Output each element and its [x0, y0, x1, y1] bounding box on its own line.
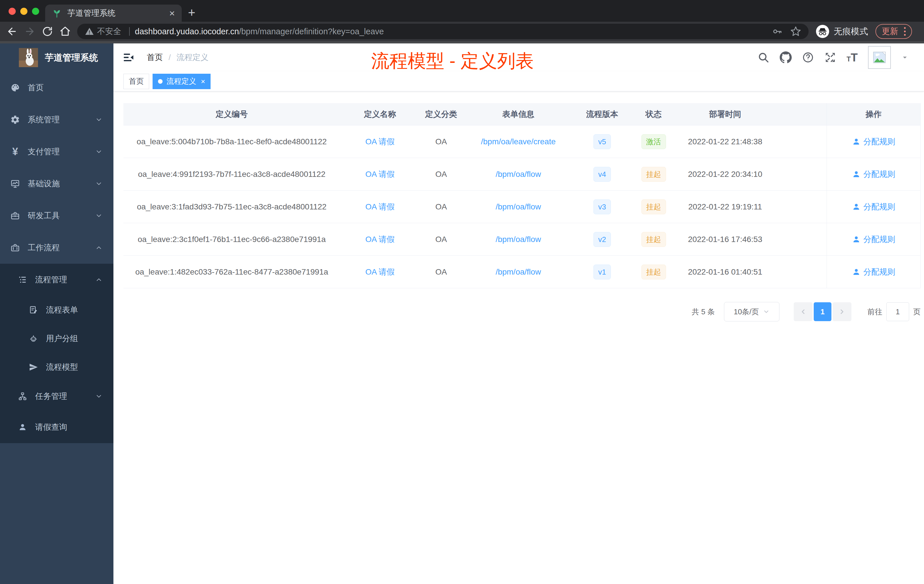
definition-id: oa_leave:5:004b710b-7b8a-11ec-8ef0-acde4…	[124, 137, 340, 146]
incognito-icon	[816, 25, 829, 38]
form-link[interactable]: /bpm/oa/flow	[496, 235, 541, 244]
gear-icon	[10, 115, 20, 125]
tag-process-definition[interactable]: 流程定义 ×	[153, 74, 211, 89]
back-icon[interactable]	[6, 26, 18, 37]
definition-id: oa_leave:1:482ec033-762a-11ec-8477-a2380…	[124, 267, 340, 277]
sidebar-collapse-icon[interactable]	[123, 52, 134, 63]
search-icon[interactable]	[757, 51, 769, 63]
form-link[interactable]: /bpm/oa/leave/create	[481, 137, 556, 146]
assign-rule-link[interactable]: 分配规则	[852, 234, 896, 245]
sidebar-item-label: 流程表单	[46, 305, 78, 315]
browser-update-button[interactable]: 更新	[875, 24, 912, 39]
chevron-down-icon	[95, 116, 102, 124]
chevron-down-icon	[95, 180, 102, 187]
page-number-button[interactable]: 1	[814, 302, 832, 321]
sidebar-item-label: 任务管理	[35, 391, 67, 402]
home-icon[interactable]	[59, 26, 71, 37]
assign-rule-link[interactable]: 分配规则	[852, 136, 896, 147]
sidebar-item-system[interactable]: 系统管理	[0, 104, 114, 136]
user-icon	[852, 235, 861, 244]
sidebar-item-process-management[interactable]: 流程管理	[0, 264, 114, 296]
sidebar-item-task-management[interactable]: 任务管理	[0, 381, 114, 411]
form-link[interactable]: /bpm/oa/flow	[496, 267, 541, 277]
sidebar: 芋道管理系统 首页 系统管理 ¥ 支付管理 基础设施	[0, 43, 114, 584]
status-badge: 挂起	[642, 167, 666, 182]
fullscreen-icon[interactable]	[824, 51, 836, 63]
next-page-button[interactable]	[833, 302, 851, 321]
not-secure-warning-icon[interactable]	[84, 26, 94, 36]
yen-icon: ¥	[10, 147, 20, 157]
update-label[interactable]: 更新	[882, 26, 898, 37]
bookmark-star-icon[interactable]	[790, 26, 801, 37]
window-close-button[interactable]	[8, 8, 16, 15]
monitor-chart-icon	[10, 179, 20, 188]
assign-rule-link[interactable]: 分配规则	[852, 267, 896, 277]
security-label[interactable]: 不安全	[97, 26, 121, 37]
github-icon[interactable]	[780, 51, 792, 63]
sidebar-item-user-group[interactable]: 用户分组	[0, 324, 114, 353]
deploy-time: 2022-01-22 20:34:10	[677, 170, 773, 179]
form-link[interactable]: /bpm/oa/flow	[496, 202, 541, 211]
password-key-icon[interactable]	[772, 26, 782, 36]
forward-icon[interactable]	[24, 26, 35, 37]
definition-name-link[interactable]: OA 请假	[365, 267, 395, 277]
help-icon[interactable]	[802, 51, 814, 63]
sidebar-item-label: 流程模型	[46, 362, 78, 373]
goto-page-input[interactable]	[886, 302, 909, 321]
sidebar-item-payment[interactable]: ¥ 支付管理	[0, 136, 114, 168]
version-badge: v3	[594, 200, 611, 214]
definition-name-link[interactable]: OA 请假	[365, 201, 395, 212]
incognito-label: 无痕模式	[834, 26, 868, 38]
definition-category: OA	[420, 202, 462, 211]
definition-category: OA	[420, 137, 462, 146]
breadcrumb-home[interactable]: 首页	[147, 52, 163, 63]
address-bar[interactable]: 不安全 dashboard.yudao.iocoder.cn/bpm/manag…	[77, 24, 808, 39]
window-controls[interactable]	[8, 8, 39, 15]
sidebar-item-infrastructure[interactable]: 基础设施	[0, 168, 114, 200]
definition-category: OA	[420, 267, 462, 277]
browser-menu-icon[interactable]	[904, 27, 906, 36]
goto-label: 前往	[868, 307, 882, 317]
sidebar-item-leave-query[interactable]: 请假查询	[0, 411, 114, 443]
browser-tab[interactable]: 芋道管理系统 ×	[45, 5, 182, 22]
assign-rule-link[interactable]: 分配规则	[852, 201, 896, 212]
new-tab-button[interactable]: +	[188, 6, 195, 19]
sidebar-item-process-form[interactable]: 流程表单	[0, 296, 114, 324]
assign-rule-link[interactable]: 分配规则	[852, 169, 896, 180]
table-row: oa_leave:4:991f2193-7b7f-11ec-a3c8-acde4…	[124, 158, 921, 191]
sidebar-item-label: 流程管理	[35, 274, 67, 285]
reload-icon[interactable]	[42, 26, 53, 37]
chevron-down-icon	[95, 393, 102, 400]
toolbar-bottom-edge	[0, 41, 924, 43]
status-badge: 挂起	[642, 200, 666, 214]
tab-close-icon[interactable]: ×	[169, 8, 175, 18]
version-badge: v4	[594, 167, 611, 182]
robot-face-icon	[28, 334, 38, 343]
definition-name-link[interactable]: OA 请假	[365, 234, 395, 245]
font-size-icon[interactable]: TT	[846, 51, 858, 64]
form-link[interactable]: /bpm/oa/flow	[496, 170, 541, 179]
tag-home[interactable]: 首页	[124, 74, 149, 89]
sidebar-item-home[interactable]: 首页	[0, 72, 114, 104]
page-header: 首页 / 流程定义 流程模型 - 定义列表 TT	[114, 43, 924, 71]
logo-avatar	[19, 48, 38, 67]
table-row: oa_leave:5:004b710b-7b8a-11ec-8ef0-acde4…	[124, 125, 921, 158]
tag-close-icon[interactable]: ×	[201, 78, 205, 85]
sidebar-logo[interactable]: 芋道管理系统	[0, 43, 114, 72]
avatar-caret-icon[interactable]	[901, 54, 909, 61]
sidebar-item-workflow[interactable]: 工作流程	[0, 232, 114, 264]
chevron-down-icon	[95, 212, 102, 219]
user-icon	[852, 170, 861, 178]
page-unit-label: 页	[913, 307, 921, 317]
definition-name-link[interactable]: OA 请假	[365, 169, 395, 180]
sidebar-item-process-model[interactable]: 流程模型	[0, 353, 114, 381]
sidebar-item-label: 请假查询	[35, 422, 67, 432]
prev-page-button[interactable]	[794, 302, 813, 321]
definition-name-link[interactable]: OA 请假	[365, 136, 395, 147]
window-maximize-button[interactable]	[32, 8, 39, 15]
sidebar-item-label: 研发工具	[28, 210, 60, 221]
page-size-select[interactable]: 10条/页	[724, 302, 779, 322]
sidebar-item-devtools[interactable]: 研发工具	[0, 200, 114, 232]
window-minimize-button[interactable]	[20, 8, 27, 15]
avatar[interactable]	[868, 46, 891, 69]
